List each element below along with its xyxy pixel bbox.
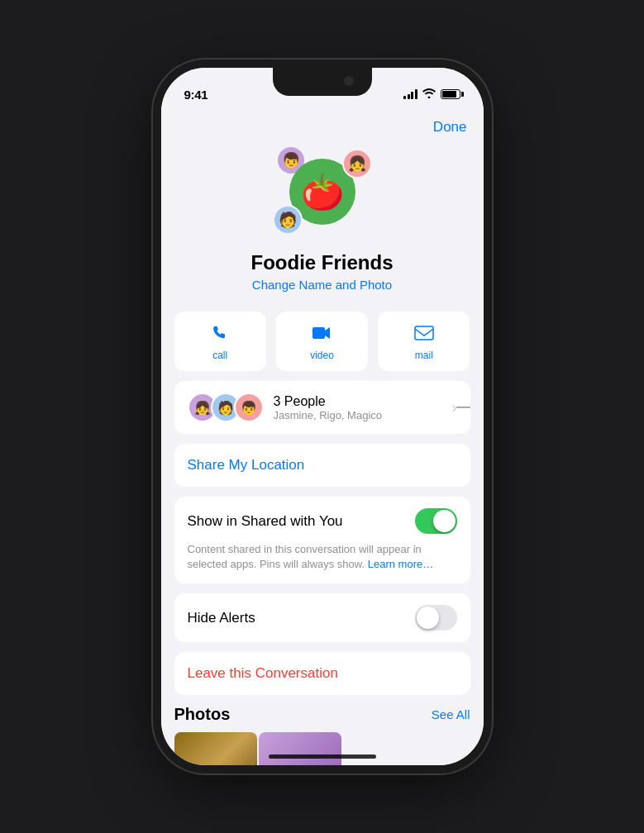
header: Done (161, 109, 484, 136)
toggle-description: Content shared in this conversation will… (188, 542, 457, 572)
signal-icon (403, 89, 417, 99)
status-icons (403, 88, 460, 101)
shared-with-you-section: Show in Shared with You Content shared i… (174, 497, 470, 583)
mail-icon (413, 321, 436, 345)
action-buttons-row: call video (174, 312, 470, 371)
done-button[interactable]: Done (433, 119, 467, 136)
photo-thumb-1[interactable] (174, 732, 257, 765)
call-button[interactable]: call (174, 312, 266, 371)
leave-conversation-section[interactable]: Leave this Conversation (174, 652, 470, 695)
camera (344, 76, 354, 86)
video-icon (310, 321, 333, 345)
share-location-label: Share My Location (188, 457, 305, 473)
avatar-emoji-2: 👧 (348, 155, 366, 173)
photos-grid (174, 732, 470, 765)
alerts-toggle-thumb (417, 607, 439, 629)
shared-with-you-row: Show in Shared with You (188, 508, 457, 534)
group-info: 👦 🍅 👧 🧑 Foodie Friends Change Name and P… (161, 136, 484, 312)
avatar-emoji-1: 👦 (282, 151, 300, 169)
hide-alerts-label: Hide Alerts (188, 610, 255, 626)
shared-with-you-label: Show in Shared with You (188, 513, 343, 530)
main-content: Done 👦 🍅 👧 🧑 (161, 109, 484, 765)
video-label: video (310, 350, 334, 361)
person-emoji-1: 👧 (194, 400, 211, 416)
call-label: call (212, 350, 227, 361)
people-avatars: 👧 🧑 👦 (188, 393, 264, 422)
call-icon (208, 321, 231, 345)
group-name: Foodie Friends (250, 251, 393, 274)
main-avatar-emoji: 🍅 (301, 172, 344, 212)
change-name-button[interactable]: Change Name and Photo (252, 278, 392, 292)
avatar-bottom-left: 🧑 (273, 205, 303, 235)
learn-more-link[interactable]: Learn more… (368, 558, 433, 570)
shared-with-you-toggle[interactable] (415, 508, 457, 534)
photo-thumb-2[interactable] (259, 732, 341, 765)
chevron-icon: › (452, 399, 457, 416)
people-section: 👧 🧑 👦 3 People Jasmine, Rigo, Magico (174, 381, 470, 434)
video-button[interactable]: video (276, 312, 368, 371)
leave-conversation-label: Leave this Conversation (188, 665, 338, 681)
status-time: 9:41 (184, 88, 208, 102)
people-count: 3 People (274, 394, 452, 409)
wifi-icon (422, 88, 436, 101)
phone-frame: 9:41 (161, 68, 484, 765)
home-indicator[interactable] (269, 754, 376, 759)
svg-rect-0 (312, 327, 325, 339)
people-row[interactable]: 👧 🧑 👦 3 People Jasmine, Rigo, Magico (174, 381, 470, 434)
notch (273, 68, 372, 96)
avatar-emoji-3: 🧑 (279, 211, 297, 229)
toggle-thumb (433, 510, 456, 532)
svg-rect-1 (415, 326, 433, 340)
avatar-group: 👦 🍅 👧 🧑 (273, 142, 372, 241)
photos-title: Photos (174, 705, 231, 724)
person-emoji-2: 🧑 (217, 400, 234, 416)
mail-label: mail (415, 350, 433, 361)
mail-button[interactable]: mail (378, 312, 470, 371)
hide-alerts-toggle[interactable] (415, 605, 457, 631)
photos-header: Photos See All (174, 705, 470, 724)
see-all-button[interactable]: See All (432, 707, 470, 721)
hide-alerts-section: Hide Alerts (174, 593, 470, 642)
share-location-section[interactable]: Share My Location (174, 444, 470, 487)
battery-icon (441, 89, 460, 99)
person-emoji-3: 👦 (241, 400, 257, 416)
people-info: 3 People Jasmine, Rigo, Magico (274, 394, 452, 421)
people-names: Jasmine, Rigo, Magico (274, 409, 452, 421)
avatar-top-right: 👧 (342, 149, 372, 178)
person-avatar-3: 👦 (234, 393, 264, 422)
